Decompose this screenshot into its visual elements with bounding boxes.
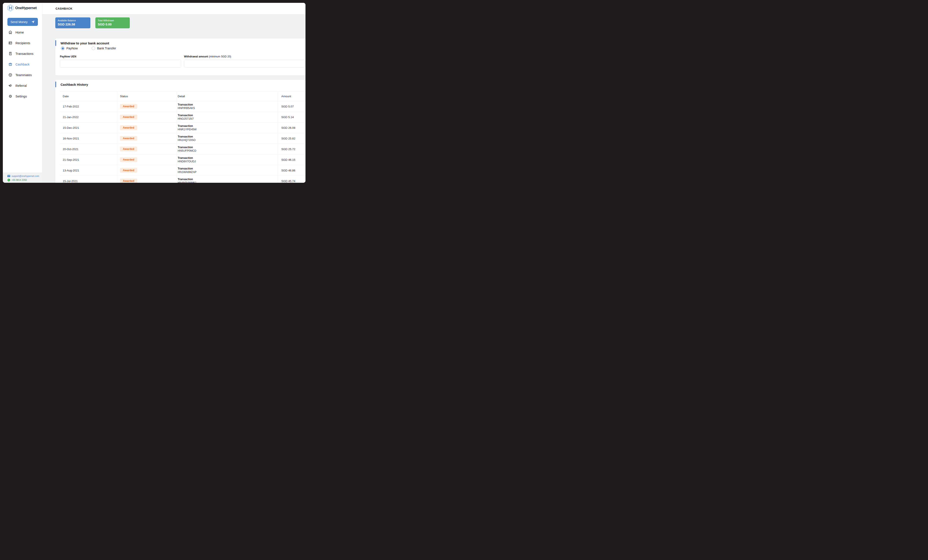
paynow-radio[interactable] <box>61 47 64 50</box>
history-detail: TransactionHN4N0VWM6J <box>177 176 278 183</box>
history-detail-type: Transaction <box>178 178 193 181</box>
history-date: 21-Sep-2021 <box>60 154 117 165</box>
history-detail-type: Transaction <box>178 103 193 107</box>
sidebar-item-label: Transactions <box>15 52 33 55</box>
sidebar-item-recipients[interactable]: Recipients <box>3 38 42 48</box>
history-detail-id: HN5UFP0MCD <box>178 149 196 152</box>
sidebar-item-label: Recipients <box>15 41 30 45</box>
history-detail-id: HN1HQ7J3SO <box>178 138 195 142</box>
table-row: 21-Jan-2022AwardedTransactionHNOJS715I7S… <box>60 112 305 122</box>
status-badge: Awarded <box>120 136 137 141</box>
column-header-amount: Amount <box>278 91 305 101</box>
history-detail-id: HN4N0VWM6J <box>178 181 196 183</box>
history-status: Awarded <box>117 144 177 154</box>
history-detail-id: HNPIRB5AKS <box>178 107 195 110</box>
history-amount: SGD 25.82 <box>278 133 305 144</box>
history-status: Awarded <box>117 112 177 122</box>
bank-transfer-radio-label: Bank Transfer <box>97 47 116 50</box>
whatsapp-icon <box>8 179 10 181</box>
column-header-status: Status <box>117 91 177 101</box>
history-detail: TransactionHNPIRB5AKS <box>177 101 278 112</box>
support-email-link[interactable]: support@onehypernet.com <box>3 174 42 178</box>
history-status: Awarded <box>117 154 177 165</box>
send-paper-plane-icon <box>31 20 35 23</box>
history-amount: SGD 5.14 <box>278 112 305 122</box>
history-detail: TransactionHND8X7OUDJ <box>177 154 278 165</box>
main-area: CASHBACK Available Balance SGD 226.58 To… <box>42 3 305 183</box>
whatsapp-link[interactable]: +65 8814 2350 <box>3 178 42 182</box>
referral-megaphone-icon <box>8 84 12 88</box>
column-header-detail: Detail <box>177 91 278 101</box>
sidebar-item-label: Settings <box>15 94 27 98</box>
status-badge: Awarded <box>120 157 137 162</box>
history-amount: SGD 26.08 <box>278 122 305 133</box>
available-balance-card: Available Balance SGD 226.58 <box>55 17 90 28</box>
history-date: 15-Dec-2021 <box>60 122 117 133</box>
email-icon <box>8 175 10 177</box>
bank-transfer-radio-option[interactable]: Bank Transfer <box>92 47 116 50</box>
home-icon <box>8 30 12 34</box>
withdraw-title: Withdraw to your bank account <box>61 41 109 45</box>
history-amount: SGD 25.72 <box>278 144 305 154</box>
history-detail-id: HNR1YPEH5W <box>178 128 197 131</box>
column-header-date: Date <box>60 91 117 101</box>
sidebar-item-label: Home <box>15 31 24 34</box>
withdraw-panel: Withdraw to your bank account PayNow Ban… <box>55 38 305 76</box>
history-detail-type: Transaction <box>178 135 193 138</box>
page-header: CASHBACK <box>42 3 305 14</box>
support-phone: +65 8814 2350 <box>12 179 27 181</box>
history-detail-id: HNOJS715I7 <box>178 117 194 120</box>
table-row: 15-Jul-2021AwardedTransactionHN4N0VWM6JS… <box>60 176 305 183</box>
transactions-icon <box>8 52 12 56</box>
send-money-button[interactable]: Send Money <box>8 18 38 26</box>
content-area: Available Balance SGD 226.58 Total Withd… <box>42 14 305 183</box>
history-detail: TransactionHN1HQ7J3SO <box>177 133 278 144</box>
history-date: 16-Nov-2021 <box>60 133 117 144</box>
sidebar-item-settings[interactable]: ⚙ Settings <box>3 91 42 102</box>
history-amount: SGD 45.74 <box>278 176 305 183</box>
sidebar-item-label: Teammates <box>15 73 32 77</box>
table-row: 15-Dec-2021AwardedTransactionHNR1YPEH5WS… <box>60 122 305 133</box>
history-status: Awarded <box>117 122 177 133</box>
sidebar-item-cashback[interactable]: Cashback <box>3 59 42 70</box>
history-date: 15-Jul-2021 <box>60 176 117 183</box>
bank-transfer-radio[interactable] <box>92 47 95 50</box>
withdrawal-amount-input[interactable] <box>184 59 305 68</box>
history-status: Awarded <box>117 133 177 144</box>
status-badge: Awarded <box>120 104 137 109</box>
status-badge: Awarded <box>120 125 137 130</box>
history-detail: TransactionHNR1YPEH5W <box>177 122 278 133</box>
history-detail-type: Transaction <box>178 114 193 117</box>
history-date: 20-Oct-2021 <box>60 144 117 154</box>
section-accent-bar <box>55 40 56 46</box>
sidebar-item-label: Cashback <box>15 62 29 66</box>
total-withdrawn-card: Total Withdrawn SGD 0.00 <box>95 17 130 28</box>
history-amount: SGD 5.07 <box>278 101 305 112</box>
sidebar-footer: support@onehypernet.com +65 8814 2350 <box>3 172 42 183</box>
table-row: 21-Sep-2021AwardedTransactionHND8X7OUDJS… <box>60 154 305 165</box>
table-row: 16-Nov-2021AwardedTransactionHN1HQ7J3SOS… <box>60 133 305 144</box>
sidebar-item-transactions[interactable]: Transactions <box>3 48 42 59</box>
table-row: 13-Aug-2021AwardedTransactionHN1WA6MZAPS… <box>60 165 305 176</box>
sidebar-nav: Home Recipients Transactions Cashback <box>3 27 42 102</box>
history-status: Awarded <box>117 176 177 183</box>
history-amount: SGD 46.15 <box>278 154 305 165</box>
available-balance-value: SGD 226.58 <box>58 23 88 26</box>
history-detail-id: HND8X7OUDJ <box>178 160 196 163</box>
hexagon-logo-icon <box>7 5 14 12</box>
send-money-label: Send Money <box>11 20 27 24</box>
total-withdrawn-value: SGD 0.00 <box>98 23 127 26</box>
support-email: support@onehypernet.com <box>12 175 39 177</box>
sidebar-item-teammates[interactable]: Teammates <box>3 70 42 80</box>
table-row: 17-Feb-2022AwardedTransactionHNPIRB5AKSS… <box>60 101 305 112</box>
brand-logo[interactable]: OneHypernet <box>7 5 37 12</box>
sidebar-item-referral[interactable]: Referral <box>3 80 42 91</box>
paynow-radio-label: PayNow <box>66 47 78 50</box>
withdrawal-amount-label: Withdrawal amount (minimum SGD 20) <box>184 55 231 58</box>
status-badge: Awarded <box>120 147 137 151</box>
sidebar-item-home[interactable]: Home <box>3 27 42 38</box>
paynow-radio-option[interactable]: PayNow <box>61 47 78 50</box>
paynow-uen-input[interactable] <box>60 59 181 68</box>
table-header-row: Date Status Detail Amount <box>60 91 305 101</box>
history-status: Awarded <box>117 165 177 176</box>
